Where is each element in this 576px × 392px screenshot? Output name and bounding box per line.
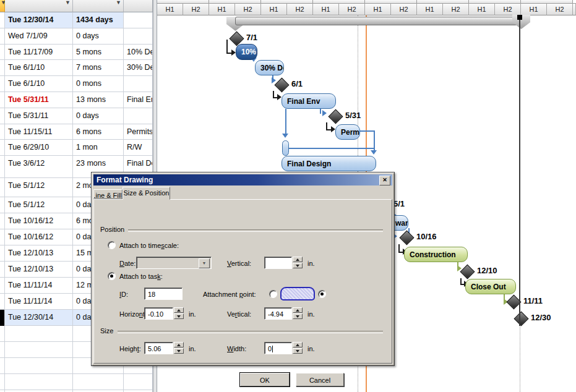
date-cell[interactable]: Tue 12/30/14 [5, 12, 73, 28]
task-bar[interactable]: 10% [236, 44, 257, 60]
duration-cell[interactable]: 7 mons [73, 60, 124, 76]
date-cell[interactable]: Tue 11/15/11 [5, 124, 73, 140]
row-marker-cell[interactable] [0, 178, 5, 197]
empty-cell[interactable] [5, 326, 73, 342]
row-marker-cell[interactable] [0, 45, 5, 61]
duration-cell[interactable]: 6 mons [73, 124, 124, 140]
date-cell[interactable]: Tue 6/29/10 [5, 140, 73, 156]
row-marker-cell[interactable] [0, 245, 5, 262]
spin-up-icon[interactable] [174, 342, 184, 347]
row-marker-cell[interactable] [0, 278, 5, 294]
ok-button[interactable]: OK [240, 373, 290, 386]
filter-icon[interactable]: ▼ [116, 0, 121, 6]
date-cell[interactable]: Tue 3/6/12 [5, 156, 73, 178]
date-dropdown[interactable]: ▼ [136, 257, 212, 269]
duration-cell[interactable]: 0 days [73, 28, 124, 45]
spin-down-icon[interactable] [293, 263, 303, 268]
duration-cell[interactable]: 13 mons [73, 92, 124, 108]
spin-down-icon[interactable] [174, 313, 184, 319]
empty-cell[interactable] [5, 342, 73, 358]
date-cell[interactable]: Tue 12/30/14 [5, 310, 73, 326]
spin-down-icon[interactable] [293, 313, 303, 319]
row-marker-cell[interactable] [0, 92, 5, 108]
attach-to-task-radio[interactable] [108, 272, 116, 280]
task-name-cell[interactable] [124, 12, 153, 28]
horizontal-input[interactable]: -0.10 [144, 307, 173, 320]
date-cell[interactable]: Tue 12/10/13 [5, 262, 73, 278]
selection-handle[interactable] [517, 15, 522, 20]
task-name-cell[interactable] [124, 108, 153, 124]
empty-cell[interactable] [0, 358, 5, 374]
attachment-point-right-radio[interactable] [318, 290, 326, 298]
chevron-down-icon[interactable]: ▼ [199, 258, 210, 268]
duration-cell[interactable]: 0 mons [73, 76, 124, 92]
milestone-diamond[interactable] [328, 109, 343, 124]
task-bar[interactable]: Close Out [465, 279, 516, 294]
vertical-timescale-stepper[interactable] [293, 257, 303, 269]
empty-cell[interactable] [5, 374, 73, 390]
row-marker-cell[interactable] [0, 140, 5, 156]
vertical-task-input[interactable]: -4.94 [264, 307, 292, 320]
duration-cell[interactable]: 0 days [73, 108, 124, 124]
date-cell[interactable]: Tue 6/1/10 [5, 60, 73, 76]
empty-cell[interactable] [0, 342, 5, 358]
date-cell[interactable]: Tue 11/17/09 [5, 45, 73, 61]
attach-to-timescale-radio[interactable] [108, 241, 116, 249]
spin-up-icon[interactable] [174, 307, 184, 313]
duration-cell[interactable]: 1 mon [73, 140, 124, 156]
row-marker-cell[interactable] [0, 76, 5, 92]
column-header[interactable] [124, 0, 153, 12]
date-cell[interactable]: Tue 5/1/12 [5, 197, 73, 213]
task-bar[interactable]: Final Env [282, 93, 336, 109]
tab-size-and-position[interactable]: Size & Position [123, 187, 170, 200]
row-marker-cell[interactable] [0, 156, 5, 178]
task-name-cell[interactable]: Final En [124, 92, 153, 108]
empty-cell[interactable] [73, 374, 124, 390]
summary-bar[interactable] [235, 17, 523, 25]
spin-up-icon[interactable] [293, 257, 303, 262]
empty-cell[interactable] [0, 326, 5, 342]
date-cell[interactable]: Tue 6/1/10 [5, 76, 73, 92]
task-name-cell[interactable] [124, 76, 153, 92]
task-bar[interactable] [282, 140, 289, 156]
task-name-cell[interactable]: Permits [124, 124, 153, 140]
width-stepper[interactable] [293, 342, 303, 354]
row-marker-cell[interactable] [0, 60, 5, 76]
date-cell[interactable]: Tue 12/10/13 [5, 245, 73, 262]
milestone-diamond[interactable] [460, 264, 475, 279]
date-cell[interactable]: Wed 7/1/09 [5, 28, 73, 45]
row-marker-cell[interactable] [0, 108, 5, 124]
spin-down-icon[interactable] [174, 348, 184, 354]
spin-up-icon[interactable] [293, 342, 303, 347]
date-cell[interactable]: Tue 11/11/14 [5, 278, 73, 294]
task-name-cell[interactable]: 30% De [124, 60, 153, 76]
row-marker-cell[interactable] [0, 213, 5, 229]
row-marker-cell[interactable] [0, 124, 5, 140]
task-name-cell[interactable]: R/W [124, 140, 153, 156]
task-name-cell[interactable] [124, 28, 153, 45]
height-stepper[interactable] [174, 342, 184, 354]
column-header[interactable]: ▼ [5, 0, 73, 12]
row-marker-cell[interactable] [0, 28, 5, 45]
milestone-diamond[interactable] [399, 230, 414, 245]
row-marker-cell[interactable] [0, 12, 5, 28]
date-cell[interactable]: Tue 11/11/14 [5, 294, 73, 310]
empty-cell[interactable] [124, 374, 153, 390]
date-cell[interactable]: Tue 5/31/11 [5, 92, 73, 108]
duration-cell[interactable]: 5 mons [73, 45, 124, 61]
row-marker-cell[interactable] [0, 229, 5, 245]
date-cell[interactable]: Tue 10/16/12 [5, 229, 73, 245]
row-marker-cell[interactable] [0, 197, 5, 213]
tab-line-and-fill[interactable]: Line & Fill [93, 189, 123, 199]
column-header[interactable]: ▼ [73, 0, 124, 12]
empty-cell[interactable] [0, 374, 5, 390]
filter-icon[interactable]: ▼ [65, 0, 71, 6]
close-icon[interactable]: ✕ [379, 176, 390, 185]
spin-up-icon[interactable] [293, 307, 303, 313]
cancel-button[interactable]: Cancel [296, 373, 344, 386]
attachment-point-left-radio[interactable] [269, 290, 277, 298]
row-marker-cell[interactable] [0, 262, 5, 278]
vertical-task-stepper[interactable] [293, 307, 303, 320]
id-input[interactable]: 18 [144, 288, 183, 300]
height-input[interactable]: 5.06 [144, 342, 173, 354]
